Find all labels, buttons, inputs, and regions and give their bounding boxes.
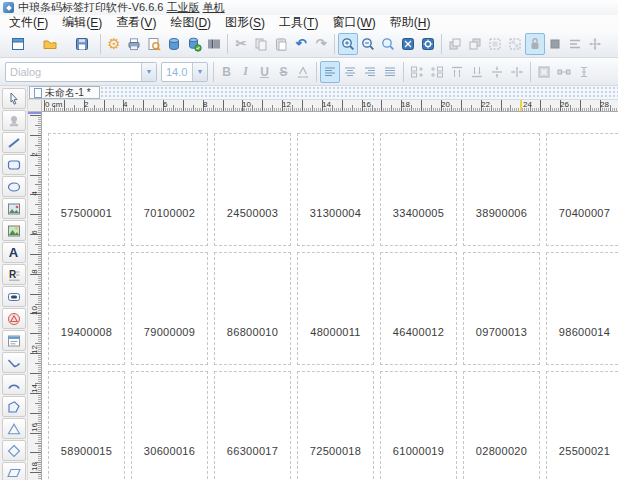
arc-tool[interactable] xyxy=(2,374,26,395)
label-cell[interactable]: 38900006 xyxy=(463,133,540,246)
underline-button[interactable]: U xyxy=(255,61,274,83)
bring-front-button[interactable] xyxy=(445,33,465,55)
database-refresh-button[interactable] xyxy=(184,33,204,55)
parallelogram-tool[interactable] xyxy=(2,462,26,480)
new-button[interactable] xyxy=(6,33,30,55)
diamond-tool[interactable] xyxy=(2,440,26,461)
fit-original-button[interactable] xyxy=(418,33,438,55)
label-cell[interactable]: 57500001 xyxy=(48,133,125,246)
fill-button[interactable] xyxy=(545,33,565,55)
align-right-button[interactable] xyxy=(360,61,380,83)
label-cell[interactable]: 70400007 xyxy=(546,133,618,246)
redo-button[interactable]: ↷ xyxy=(311,33,331,55)
form-tool[interactable] xyxy=(2,330,26,351)
label-cell[interactable]: 30600016 xyxy=(131,371,208,480)
select-tool[interactable] xyxy=(2,88,26,109)
ungroup-button[interactable] xyxy=(505,33,525,55)
label-cell[interactable]: 19400008 xyxy=(48,252,125,365)
group-button[interactable] xyxy=(485,33,505,55)
font-size-combo[interactable]: 14.0 ▼ xyxy=(161,62,208,82)
equal-width-button[interactable] xyxy=(554,61,574,83)
chevron-down-icon[interactable]: ▼ xyxy=(192,63,207,81)
barcode-button[interactable] xyxy=(204,33,224,55)
strikethrough-button[interactable]: S xyxy=(274,61,293,83)
undo-button[interactable]: ↶ xyxy=(291,33,311,55)
h-spacing-button[interactable] xyxy=(407,61,427,83)
lock-button[interactable] xyxy=(525,33,545,55)
label-cell[interactable]: 09700013 xyxy=(463,252,540,365)
font-family-combo[interactable]: Dialog ▼ xyxy=(5,62,157,82)
label-cell[interactable]: 58900015 xyxy=(48,371,125,480)
zoom-tool-button[interactable] xyxy=(378,33,398,55)
label-cell[interactable]: 86800010 xyxy=(214,252,291,365)
top-align-button[interactable] xyxy=(447,61,467,83)
label-cell[interactable]: 72500018 xyxy=(297,371,374,480)
stamp-tool[interactable] xyxy=(2,110,26,131)
badge-tool[interactable] xyxy=(2,308,26,329)
open-button[interactable] xyxy=(38,33,62,55)
cut-button[interactable]: ✂ xyxy=(231,33,251,55)
fit-box-button[interactable] xyxy=(534,61,554,83)
bitmap-tool[interactable] xyxy=(2,198,26,219)
triangle-tool[interactable] xyxy=(2,418,26,439)
settings-button[interactable]: ⚙ xyxy=(104,33,124,55)
label-cell[interactable]: 02800020 xyxy=(463,371,540,480)
ruler-label: 14 xyxy=(322,100,331,109)
label-cell[interactable]: 48000011 xyxy=(297,252,374,365)
paste-button[interactable] xyxy=(271,33,291,55)
zoom-in-button[interactable] xyxy=(338,33,358,55)
polyline-tool[interactable] xyxy=(2,352,26,373)
label-cell[interactable]: 61000019 xyxy=(380,371,457,480)
menu-item-file[interactable]: 文件(F) xyxy=(2,15,55,30)
equal-height-button[interactable] xyxy=(574,61,594,83)
char-spacing-button[interactable] xyxy=(293,61,313,83)
arc-icon xyxy=(6,377,22,393)
label-cell[interactable]: 31300004 xyxy=(297,133,374,246)
label-cell[interactable]: 25500021 xyxy=(546,371,618,480)
zoom-out-button[interactable] xyxy=(358,33,378,55)
database-button[interactable] xyxy=(164,33,184,55)
label-cell[interactable]: 33400005 xyxy=(380,133,457,246)
tab-untitled-1[interactable]: 未命名-1 * xyxy=(29,86,100,99)
line-tool[interactable] xyxy=(2,132,26,153)
menu-item-tools[interactable]: 工具(T) xyxy=(272,15,325,30)
rounded-rect-tool[interactable] xyxy=(2,154,26,175)
menu-item-draw[interactable]: 绘图(D) xyxy=(163,15,218,30)
button-shape-tool[interactable] xyxy=(2,286,26,307)
italic-button[interactable]: I xyxy=(236,61,255,83)
label-cell[interactable]: 79000009 xyxy=(131,252,208,365)
label-cell[interactable]: 98600014 xyxy=(546,252,618,365)
align-button[interactable] xyxy=(565,33,585,55)
v-spacing-button[interactable] xyxy=(427,61,447,83)
label-cell[interactable]: 66300017 xyxy=(214,371,291,480)
design-canvas[interactable]: 57500001 70100002 24500003 31300004 3340… xyxy=(42,112,618,480)
bold-button[interactable]: B xyxy=(217,61,236,83)
polygon-tool[interactable] xyxy=(2,396,26,417)
menu-item-help[interactable]: 帮助(H) xyxy=(383,15,438,30)
v-compress-button[interactable] xyxy=(487,61,507,83)
text-tool[interactable]: A xyxy=(2,242,26,263)
distribute-button[interactable] xyxy=(585,33,605,55)
ellipse-tool[interactable] xyxy=(2,176,26,197)
menu-item-edit[interactable]: 编辑(E) xyxy=(55,15,109,30)
menu-item-window[interactable]: 窗口(W) xyxy=(325,15,382,30)
menu-item-view[interactable]: 查看(V) xyxy=(109,15,163,30)
fit-window-button[interactable] xyxy=(398,33,418,55)
chevron-down-icon[interactable]: ▼ xyxy=(141,63,156,81)
label-cell[interactable]: 46400012 xyxy=(380,252,457,365)
menu-item-shape[interactable]: 图形(S) xyxy=(218,15,272,30)
label-cell[interactable]: 70100002 xyxy=(131,133,208,246)
bottom-align-button[interactable] xyxy=(467,61,487,83)
picture-tool[interactable] xyxy=(2,220,26,241)
align-left-button[interactable] xyxy=(320,61,340,83)
save-button[interactable] xyxy=(70,33,94,55)
rich-text-tool[interactable]: R xyxy=(2,264,26,285)
print-button[interactable] xyxy=(124,33,144,55)
copy-button[interactable] xyxy=(251,33,271,55)
label-cell[interactable]: 24500003 xyxy=(214,133,291,246)
h-compress-button[interactable] xyxy=(507,61,527,83)
align-center-button[interactable] xyxy=(340,61,360,83)
align-justify-button[interactable] xyxy=(380,61,400,83)
print-preview-button[interactable] xyxy=(144,33,164,55)
send-back-button[interactable] xyxy=(465,33,485,55)
